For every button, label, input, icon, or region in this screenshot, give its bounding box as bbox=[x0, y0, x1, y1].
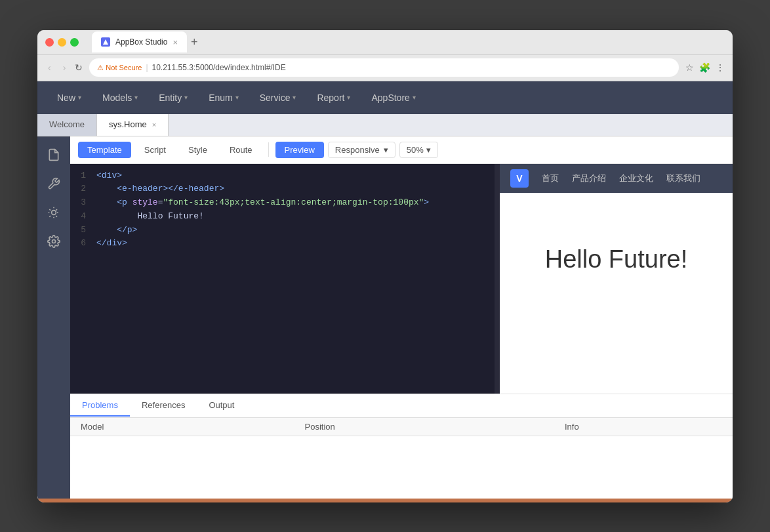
menu-item-models[interactable]: Models ▾ bbox=[93, 89, 147, 107]
resize-handle[interactable] bbox=[495, 164, 500, 394]
preview-nav-contact[interactable]: 联系我们 bbox=[666, 173, 700, 184]
chevron-down-icon: ▾ bbox=[78, 94, 81, 101]
code-line-6: 6 </div> bbox=[70, 237, 495, 251]
responsive-select[interactable]: Responsive ▾ bbox=[328, 142, 395, 158]
browser-tab-close[interactable]: × bbox=[172, 37, 178, 47]
sidebar bbox=[37, 136, 70, 499]
route-button[interactable]: Route bbox=[220, 142, 262, 158]
warning-icon: ⚠ bbox=[97, 64, 104, 72]
title-bar: AppBox Studio × + bbox=[37, 30, 733, 55]
code-editor[interactable]: 1 <div> 2 <e-header></e-header> 3 <p sty… bbox=[70, 164, 495, 394]
sidebar-item-wrench[interactable] bbox=[42, 172, 66, 195]
menu-item-appstore[interactable]: AppStore ▾ bbox=[362, 89, 424, 107]
menu-item-entity[interactable]: Entity ▾ bbox=[150, 89, 197, 107]
tab-sys-home[interactable]: sys.Home × bbox=[97, 114, 169, 136]
code-preview-split: 1 <div> 2 <e-header></e-header> 3 <p sty… bbox=[70, 164, 733, 394]
svg-point-0 bbox=[52, 210, 56, 215]
template-button[interactable]: Template bbox=[78, 142, 131, 158]
new-tab-button[interactable]: + bbox=[191, 36, 198, 48]
preview-content: V 首页 产品介绍 企业文化 联系我们 Hello Future! bbox=[500, 164, 733, 394]
preview-pane: V 首页 产品介绍 企业文化 联系我们 Hello Future! bbox=[500, 164, 733, 394]
preview-header: V 首页 产品介绍 企业文化 联系我们 bbox=[500, 164, 733, 193]
tab-problems[interactable]: Problems bbox=[70, 395, 130, 417]
preview-nav-about[interactable]: 产品介绍 bbox=[572, 173, 606, 184]
menu-item-service[interactable]: Service ▾ bbox=[251, 89, 306, 107]
svg-point-1 bbox=[52, 239, 56, 243]
minimize-window-btn[interactable] bbox=[58, 38, 66, 47]
tab-references[interactable]: References bbox=[130, 395, 197, 417]
table-header-model: Model bbox=[70, 418, 294, 436]
more-icon[interactable]: ⋮ bbox=[716, 62, 725, 73]
preview-button[interactable]: Preview bbox=[275, 142, 324, 158]
url-separator: | bbox=[146, 63, 148, 72]
status-bar bbox=[37, 499, 733, 502]
sidebar-item-file[interactable] bbox=[42, 143, 66, 167]
close-window-btn[interactable] bbox=[45, 38, 54, 47]
bottom-tabs: Problems References Output bbox=[70, 394, 733, 418]
code-line-2: 2 <e-header></e-header> bbox=[70, 182, 495, 196]
code-line-3: 3 <p style="font-size:43px;text-align:ce… bbox=[70, 196, 495, 210]
ide-container: Welcome sys.Home × bbox=[37, 114, 733, 499]
sidebar-item-bug[interactable] bbox=[42, 201, 66, 224]
address-actions: ☆ 🧩 ⋮ bbox=[685, 62, 725, 73]
main-area: Template Script Style Route Preview Resp… bbox=[37, 136, 733, 499]
bottom-panel: Problems References Output bbox=[70, 394, 733, 499]
browser-tab[interactable]: AppBox Studio × bbox=[92, 31, 187, 52]
problems-table: Model Position Info bbox=[70, 418, 733, 499]
code-line-4: 4 Hello Future! bbox=[70, 210, 495, 224]
menu-item-new[interactable]: New ▾ bbox=[48, 89, 91, 107]
code-line-5: 5 </p> bbox=[70, 224, 495, 237]
tab-favicon bbox=[101, 37, 110, 47]
maximize-window-btn[interactable] bbox=[70, 38, 79, 47]
browser-tab-title: AppBox Studio bbox=[115, 37, 167, 47]
preview-nav-culture[interactable]: 企业文化 bbox=[619, 173, 653, 184]
url-bar[interactable]: ⚠ Not Secure | 10.211.55.3:5000/dev/inde… bbox=[89, 58, 679, 77]
security-warning: ⚠ Not Secure bbox=[97, 64, 142, 72]
table-header-position: Position bbox=[294, 418, 554, 436]
chevron-down-icon: ▾ bbox=[235, 94, 239, 101]
tab-output[interactable]: Output bbox=[197, 395, 246, 417]
extensions-icon[interactable]: 🧩 bbox=[699, 62, 710, 73]
chevron-down-icon: ▾ bbox=[413, 94, 416, 101]
preview-nav-home[interactable]: 首页 bbox=[542, 173, 559, 184]
toolbar-separator bbox=[268, 142, 269, 157]
app-container: New ▾ Models ▾ Entity ▾ Enum ▾ Service ▾… bbox=[37, 81, 733, 499]
chevron-down-icon: ▾ bbox=[293, 94, 296, 101]
tab-bar: AppBox Studio × + bbox=[92, 31, 725, 52]
script-button[interactable]: Script bbox=[135, 142, 175, 158]
close-tab-icon[interactable]: × bbox=[152, 121, 156, 129]
chevron-down-icon: ▾ bbox=[426, 145, 431, 155]
ide-tabs-row: Welcome sys.Home × bbox=[37, 114, 733, 136]
zoom-select[interactable]: 50% ▾ bbox=[399, 142, 438, 158]
preview-body: Hello Future! bbox=[500, 193, 733, 394]
reload-button[interactable]: ↻ bbox=[75, 62, 83, 73]
chevron-down-icon: ▾ bbox=[184, 94, 188, 101]
bookmark-icon[interactable]: ☆ bbox=[685, 62, 694, 73]
url-text: 10.211.55.3:5000/dev/index.html#/IDE bbox=[152, 63, 286, 72]
style-button[interactable]: Style bbox=[179, 142, 216, 158]
preview-logo: V bbox=[510, 169, 529, 188]
chevron-down-icon: ▾ bbox=[134, 94, 138, 101]
preview-hello-text: Hello Future! bbox=[545, 245, 688, 274]
chevron-down-icon: ▾ bbox=[384, 145, 388, 155]
menu-item-enum[interactable]: Enum ▾ bbox=[199, 89, 248, 107]
back-button[interactable]: ‹ bbox=[45, 60, 54, 75]
menu-bar: New ▾ Models ▾ Entity ▾ Enum ▾ Service ▾… bbox=[37, 81, 733, 114]
code-line-1: 1 <div> bbox=[70, 169, 495, 183]
sidebar-item-settings[interactable] bbox=[42, 230, 66, 253]
chevron-down-icon: ▾ bbox=[347, 94, 350, 101]
tab-welcome[interactable]: Welcome bbox=[37, 114, 97, 136]
forward-button[interactable]: › bbox=[60, 60, 69, 75]
editor-preview-container: Template Script Style Route Preview Resp… bbox=[70, 136, 733, 499]
traffic-lights bbox=[45, 38, 79, 47]
editor-toolbar: Template Script Style Route Preview Resp… bbox=[70, 136, 733, 164]
menu-item-report[interactable]: Report ▾ bbox=[308, 89, 359, 107]
table-header-info: Info bbox=[554, 418, 733, 436]
address-bar: ‹ › ↻ ⚠ Not Secure | 10.211.55.3:5000/de… bbox=[37, 55, 733, 81]
